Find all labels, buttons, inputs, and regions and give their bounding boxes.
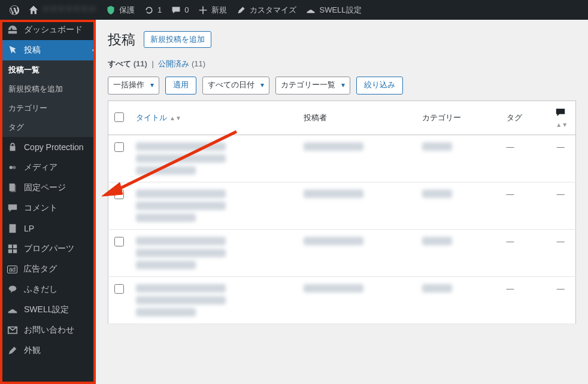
cell-author <box>298 182 416 230</box>
submenu-posts-tags[interactable]: タグ <box>0 118 96 137</box>
menu-dashboard[interactable]: ダッシュボード <box>0 20 96 40</box>
cell-tags: — <box>501 277 546 324</box>
wp-logo[interactable] <box>5 0 24 20</box>
posts-table: タイトル▲▼ 投稿者 カテゴリー タグ ▲▼ ———————— <box>108 100 576 324</box>
cell-categories <box>416 135 500 182</box>
svg-point-1 <box>10 166 13 169</box>
admin-toolbar: ＊＊＊＊＊＊＊ 保護 1 0 新規 カスタマイズ SWELL設定 <box>0 0 588 20</box>
cell-comments: — <box>546 277 576 324</box>
menu-balloon[interactable]: ふきだし <box>0 279 96 300</box>
row-checkbox[interactable] <box>114 142 124 152</box>
home-icon[interactable]: ＊＊＊＊＊＊＊ <box>24 0 101 20</box>
row-checkbox[interactable] <box>114 190 124 199</box>
admin-sidebar: ダッシュボード 投稿 投稿一覧 新規投稿を追加 カテゴリー タグ Copy Pr… <box>0 20 96 384</box>
svg-point-2 <box>13 166 16 169</box>
cell-title[interactable] <box>130 230 298 277</box>
menu-comments[interactable]: コメント <box>0 198 96 218</box>
cell-comments: — <box>546 135 576 182</box>
cell-comments: — <box>546 230 576 277</box>
page-title: 投稿 <box>108 31 135 49</box>
menu-appearance[interactable]: 外観 <box>0 340 96 361</box>
svg-rect-4 <box>10 185 16 193</box>
date-filter-select[interactable]: すべての日付 <box>202 77 269 95</box>
cell-author <box>298 277 416 324</box>
row-checkbox[interactable] <box>114 237 124 246</box>
table-row: —— <box>108 277 576 324</box>
column-categories: カテゴリー <box>416 101 500 135</box>
menu-pages[interactable]: 固定ページ <box>0 178 96 198</box>
table-row: —— <box>108 182 576 230</box>
cell-categories <box>416 182 500 230</box>
menu-posts[interactable]: 投稿 <box>0 40 96 60</box>
table-row: —— <box>108 135 576 182</box>
submenu-posts-all[interactable]: 投稿一覧 <box>0 60 96 80</box>
cell-title[interactable] <box>130 277 298 324</box>
category-filter-select[interactable]: カテゴリー一覧 <box>275 77 350 95</box>
new-link[interactable]: 新規 <box>193 0 232 20</box>
svg-rect-6 <box>8 245 12 248</box>
menu-blog-parts[interactable]: ブログパーツ <box>0 239 96 259</box>
cell-title[interactable] <box>130 135 298 182</box>
column-tags: タグ <box>501 101 546 135</box>
menu-lp[interactable]: LP <box>0 218 96 239</box>
apply-button[interactable]: 適用 <box>165 77 196 95</box>
submenu-posts: 投稿一覧 新規投稿を追加 カテゴリー タグ <box>0 60 96 137</box>
menu-copy-protection[interactable]: Copy Protection <box>0 137 96 157</box>
add-new-button[interactable]: 新規投稿を追加 <box>144 31 211 48</box>
customize-link[interactable]: カスタマイズ <box>232 0 301 20</box>
cell-categories <box>416 277 500 324</box>
filter-published[interactable]: 公開済み (11) <box>158 59 205 68</box>
status-filters: すべて (11) | 公開済み (11) <box>108 59 576 69</box>
cell-comments: — <box>546 182 576 230</box>
select-all-checkbox[interactable] <box>114 112 124 122</box>
table-row: —— <box>108 230 576 277</box>
column-author: 投稿者 <box>298 101 416 135</box>
cell-author <box>298 135 416 182</box>
comments-link[interactable]: 0 <box>166 0 193 20</box>
column-checkbox <box>108 101 131 135</box>
cell-categories <box>416 230 500 277</box>
svg-rect-8 <box>8 249 12 253</box>
svg-rect-5 <box>10 224 16 233</box>
swell-settings-link[interactable]: SWELL設定 <box>301 0 366 20</box>
column-title[interactable]: タイトル▲▼ <box>130 101 298 135</box>
menu-swell-settings[interactable]: SWELL設定 <box>0 300 96 320</box>
cell-author <box>298 230 416 277</box>
cell-title[interactable] <box>130 182 298 230</box>
svg-rect-0 <box>8 31 17 34</box>
menu-media[interactable]: メディア <box>0 157 96 178</box>
menu-ad-tag[interactable]: ad広告タグ <box>0 259 96 279</box>
main-content: 投稿 新規投稿を追加 すべて (11) | 公開済み (11) 一括操作 適用 … <box>96 20 588 384</box>
updates-link[interactable]: 1 <box>140 0 166 20</box>
cell-tags: — <box>501 135 546 182</box>
submenu-posts-categories[interactable]: カテゴリー <box>0 99 96 118</box>
tablenav-top: 一括操作 適用 すべての日付 カテゴリー一覧 絞り込み <box>108 77 576 95</box>
filter-button[interactable]: 絞り込み <box>356 77 403 95</box>
svg-rect-7 <box>13 245 17 248</box>
cell-tags: — <box>501 230 546 277</box>
menu-contact[interactable]: お問い合わせ <box>0 320 96 340</box>
column-comments[interactable]: ▲▼ <box>546 101 576 135</box>
row-checkbox[interactable] <box>114 284 124 294</box>
protect-link[interactable]: 保護 <box>101 0 140 20</box>
submenu-posts-new[interactable]: 新規投稿を追加 <box>0 80 96 99</box>
svg-point-10 <box>9 286 17 291</box>
svg-rect-9 <box>13 249 17 253</box>
cell-tags: — <box>501 182 546 230</box>
filter-all[interactable]: すべて (11) <box>108 59 147 68</box>
bulk-action-select[interactable]: 一括操作 <box>108 77 159 95</box>
